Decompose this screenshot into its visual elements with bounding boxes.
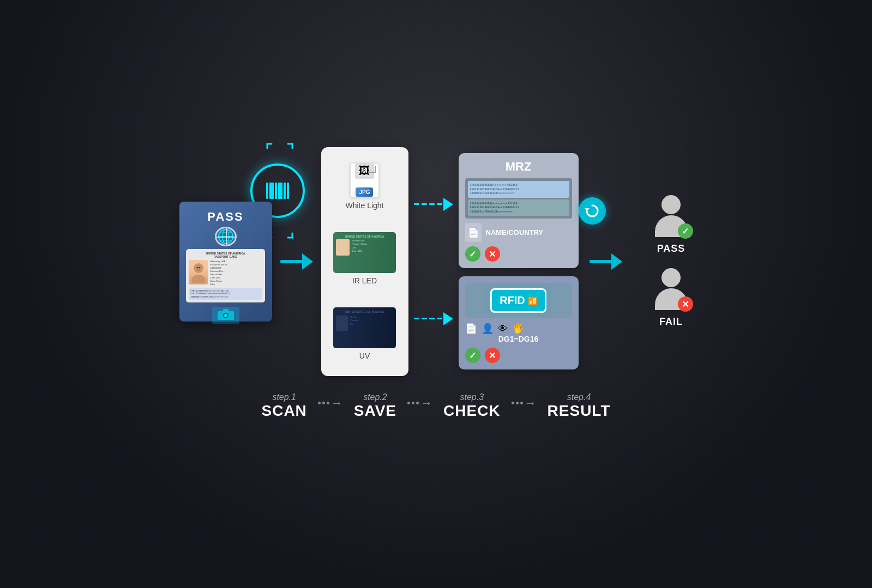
step2-name: SAVE: [354, 402, 396, 420]
ir-led-label: IR LED: [352, 276, 377, 285]
pass-person-head: [661, 195, 681, 214]
dg-person-icon: 👤: [482, 323, 494, 335]
rfid-fail-icon: ✕: [485, 348, 500, 363]
passport-document: PASS UNITED STATES OF AMERICA PASSPORT C…: [179, 202, 272, 322]
main-content: PASS UNITED STATES OF AMERICA PASSPORT C…: [0, 0, 872, 588]
step4-result-container: ✓ PASS ✕ FAIL: [650, 195, 693, 328]
right-arrow-2: [590, 253, 622, 270]
doc-icon: 📄: [465, 223, 482, 242]
step4-num: step.4: [567, 392, 591, 402]
name-country-label: NAME/COUNTRY: [486, 228, 544, 237]
svg-point-1: [222, 229, 229, 244]
step2-num: step.2: [363, 392, 387, 402]
ir-led-card: UNITED STATES OF AMERICA Identity USA Pa…: [333, 232, 396, 273]
rfid-pass-icon: ✓: [465, 348, 480, 363]
passport-globe-icon: [215, 227, 237, 246]
arrow-text: →: [331, 396, 343, 410]
pass-checkmark-badge: ✓: [678, 223, 693, 239]
dashed-arrow-bottom: [414, 312, 453, 325]
svg-marker-13: [585, 208, 590, 211]
fail-person-head: [661, 268, 681, 287]
step3-num: step.3: [460, 392, 484, 402]
svg-point-0: [219, 229, 233, 244]
dotted-arrow-1: →: [318, 396, 343, 410]
passport-info: Nationality USA Passport Card no C030059…: [210, 260, 262, 286]
flow-container: PASS UNITED STATES OF AMERICA PASSPORT C…: [179, 147, 693, 376]
bottom-step2: step.2 SAVE: [354, 392, 396, 420]
barcode-bar: [278, 183, 282, 199]
passport-card: UNITED STATES OF AMERICA PASSPORT CARD: [186, 249, 265, 303]
passport-photo: [189, 260, 208, 284]
arrow-text-2: →: [420, 396, 432, 410]
dg-fingerprint-icon: 🖐: [512, 323, 524, 335]
rfid-panel: RFID 📶 📄 👤 👁 🖐 DG1~DG16 ✓ ✕: [459, 276, 579, 369]
mrz-pass-icon: ✓: [465, 246, 480, 262]
mrz-data: IPUSAC03005888<<<<<<<<<A821CB 8101813M18…: [465, 178, 572, 219]
steps-bar: step.1 SCAN → step.2 SAVE → step.3 CHECK: [0, 392, 872, 420]
svg-point-11: [224, 314, 227, 317]
right-arrow: [280, 253, 313, 270]
arrow-body: [280, 260, 303, 263]
rfid-check-icons: ✓ ✕: [465, 348, 572, 363]
passport-card-body: Nationality USA Passport Card no C030059…: [189, 260, 262, 286]
barcode-bar: [275, 183, 277, 199]
svg-rect-12: [223, 309, 228, 312]
jpg-badge: JPG: [356, 187, 373, 197]
svg-point-7: [196, 267, 198, 269]
mrz-panel: MRZ IPUSAC03005888<<<<<<<<<A821CB 810181…: [459, 153, 579, 268]
bottom-step1: step.1 SCAN: [262, 392, 307, 420]
arrow-head: [302, 253, 313, 270]
white-light-label: White Light: [345, 201, 383, 210]
rfid-badge: RFID 📶: [490, 288, 546, 313]
barcode-bar: [269, 183, 274, 199]
id-photo-mini: [336, 239, 350, 256]
save-item-uv: UNITED STATES OF AMERICA IdentityPasspor…: [333, 307, 396, 360]
save-item-ir: UNITED STATES OF AMERICA Identity USA Pa…: [333, 232, 396, 285]
mrz-check-icons: ✓ ✕: [465, 246, 572, 262]
bottom-step3: step.3 CHECK: [443, 392, 501, 420]
dg-section: 📄 👤 👁 🖐: [465, 323, 572, 335]
image-icon: [355, 163, 374, 179]
uv-label: UV: [359, 351, 370, 360]
dashed-arrow-top: [414, 198, 453, 211]
dotted-arrow-2: →: [407, 396, 432, 410]
save-item-jpg: JPG White Light: [345, 162, 383, 210]
step3-name: CHECK: [443, 402, 501, 420]
step1-name: SCAN: [262, 402, 307, 420]
barcode-icon: [266, 183, 289, 199]
fail-x-badge: ✕: [678, 296, 693, 312]
jpg-file-icon: JPG: [350, 162, 380, 198]
rotate-sync-icon: [579, 197, 606, 225]
mrz-fail-icon: ✕: [485, 246, 500, 262]
svg-point-5: [194, 263, 203, 273]
dotted-arrow-3: →: [512, 396, 537, 410]
pass-person-icon: ✓: [650, 195, 693, 239]
dg-eye-icon: 👁: [498, 323, 508, 335]
barcode-bar: [287, 183, 289, 199]
uv-photo: [336, 316, 348, 331]
result-fail-item: ✕ FAIL: [650, 268, 693, 328]
svg-point-8: [199, 267, 200, 269]
step4-name: RESULT: [548, 402, 611, 420]
pass-label: PASS: [657, 243, 685, 254]
arrow-step3-step4: [584, 253, 628, 270]
bottom-step4: step.4 RESULT: [548, 392, 611, 420]
uv-card: UNITED STATES OF AMERICA IdentityPasspor…: [333, 307, 396, 348]
dashed-arrows-container: [414, 147, 453, 376]
name-country-section: 📄 NAME/COUNTRY: [465, 223, 572, 242]
dg-doc-icon: 📄: [465, 323, 477, 335]
step1-scan: PASS UNITED STATES OF AMERICA PASSPORT C…: [179, 202, 272, 322]
dg-label: DG1~DG16: [465, 335, 572, 343]
barcode-bar: [284, 183, 286, 199]
fail-person-icon: ✕: [650, 268, 693, 312]
result-pass-item: ✓ PASS: [650, 195, 693, 254]
step1-num: step.1: [272, 392, 296, 402]
step3-check-container: MRZ IPUSAC03005888<<<<<<<<<A821CB 810181…: [459, 153, 579, 369]
arrow-step1-step2: [275, 253, 318, 270]
passport-mrz: IPUSAC03005988<<<<<<<<<A021CB 8101813M19…: [189, 288, 262, 300]
passport-title: PASS: [207, 210, 243, 224]
barcode-bar: [266, 183, 268, 199]
svg-point-6: [191, 275, 206, 283]
rfid-inner: RFID 📶: [465, 283, 572, 318]
passport-card-header: UNITED STATES OF AMERICA PASSPORT CARD: [189, 252, 262, 258]
